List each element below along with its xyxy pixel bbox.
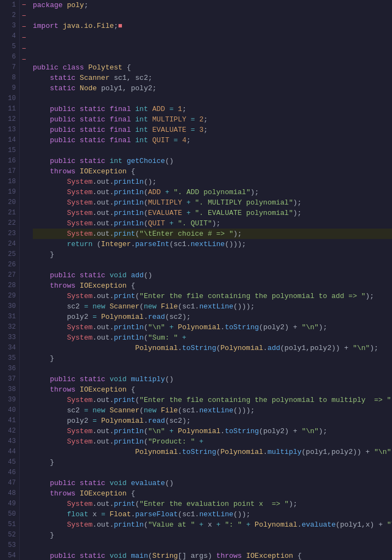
line-number: 54 [0,551,19,560]
line-number: 29 [0,291,19,301]
code-line: System.out.println(QUIT + ". QUIT"); [33,218,392,229]
code-line [33,42,392,52]
code-line: System.out.print("Enter the evaluation p… [33,499,392,509]
collapse-icon[interactable]: − [22,45,26,53]
line-number: 13 [0,125,19,135]
line-number: 39 [0,395,19,405]
line-number: 1 [0,0,19,10]
line-number: 23 [0,229,19,239]
line-number: 18 [0,177,19,187]
code-line: public static int getChoice() [33,156,392,166]
line-number: 10 [0,94,19,104]
gutter-fold-icon: − [20,22,28,33]
code-line [33,52,392,62]
code-line: System.out.println("\n" + Polynomial.toS… [33,426,392,436]
line-number: 33 [0,332,19,343]
code-line [33,364,392,374]
code-line: return (Integer.parseInt(sc1.nextLine())… [33,239,392,249]
line-number: 43 [0,436,19,447]
line-number: 20 [0,197,19,208]
code-line: throws IOException { [33,281,392,291]
line-number: 11 [0,104,19,114]
code-line: System.out.println("Sum: " + [33,332,392,343]
code-line: throws IOException { [33,384,392,395]
code-line: } [33,249,392,260]
line-number: 19 [0,187,19,197]
line-number: 15 [0,145,19,156]
code-line: } [33,457,392,468]
code-line: } [33,530,392,540]
code-line [33,260,392,270]
line-number: 51 [0,520,19,530]
line-number: 47 [0,478,19,488]
line-number: 52 [0,530,19,540]
line-number: 4 [0,31,19,42]
line-number: 48 [0,488,19,499]
gutter-fold-icon: − [20,55,28,66]
line-number: 28 [0,281,19,291]
line-number: 9 [0,83,19,94]
code-line: System.out.println(ADD + ". ADD polynomi… [33,187,392,197]
line-number: 31 [0,312,19,322]
line-number: 27 [0,270,19,281]
line-number: 14 [0,135,19,145]
line-number: 46 [0,468,19,478]
line-number: 5 [0,42,19,52]
collapse-icon[interactable]: − [22,12,26,20]
fold-gutter: −−−−−− [20,0,28,560]
code-line: System.out.println("\n" + Polynomial.toS… [33,322,392,332]
code-line: poly2 = Polynomial.read(sc2); [33,416,392,426]
line-number: 21 [0,208,19,218]
code-line: System.out.println(EVALUATE + ". EVALUAT… [33,208,392,218]
code-line: public static void main(String[] args) t… [33,551,392,560]
line-number: 17 [0,166,19,177]
line-number: 3 [0,21,19,31]
line-number: 6 [0,52,19,62]
code-line: sc2 = new Scanner(new File(sc1.nextLine(… [33,301,392,312]
code-line: throws IOException { [33,166,392,177]
code-line: public static void evaluate() [33,478,392,488]
code-line: System.out.println(MULTIPLY + ". MULTIPL… [33,197,392,208]
collapse-icon[interactable]: − [22,1,26,9]
code-line [33,145,392,156]
line-number: 49 [0,499,19,509]
line-number: 41 [0,416,19,426]
code-line: Polynomial.toString(Polynomial.multiply(… [33,447,392,457]
code-line: public static void multiply() [33,374,392,384]
code-content[interactable]: package poly; import java.io.File;■ publ… [28,0,392,560]
code-line: System.out.print("Enter the file contain… [33,291,392,301]
line-number: 53 [0,540,19,551]
code-line [33,468,392,478]
code-line: static Scanner sc1, sc2; [33,73,392,83]
line-number: 26 [0,260,19,270]
gutter-fold-icon: − [20,11,28,22]
code-line: package poly; [33,0,392,10]
code-line: public static final int MULTIPLY = 2; [33,114,392,125]
code-line [33,540,392,551]
line-number: 35 [0,353,19,364]
code-line: static Node poly1, poly2; [33,83,392,94]
line-number: 12 [0,114,19,125]
gutter-fold-icon: − [20,0,28,11]
code-line: sc2 = new Scanner(new File(sc1.nextLine(… [33,405,392,416]
code-line: System.out.println("Value at " + x + ": … [33,520,392,530]
collapse-icon[interactable]: − [22,34,26,42]
code-line: System.out.print("\tEnter choice # => ")… [33,229,392,239]
code-line: public static final int ADD = 1; [33,104,392,114]
code-line: } [33,353,392,364]
code-line: System.out.println("Product: " + [33,436,392,447]
code-line: Polynomial.toString(Polynomial.add(poly1… [33,343,392,353]
line-number: 42 [0,426,19,436]
code-line: throws IOException { [33,488,392,499]
code-line: public class Polytest { [33,62,392,73]
collapse-icon[interactable]: − [22,56,26,64]
collapse-icon[interactable]: − [22,23,26,31]
line-number: 45 [0,457,19,468]
line-number: 30 [0,301,19,312]
line-number: 40 [0,405,19,416]
line-number: 8 [0,73,19,83]
gutter-fold-icon: − [20,33,28,44]
code-line [33,10,392,21]
line-number: 25 [0,249,19,260]
code-line: poly2 = Polynomial.read(sc2); [33,312,392,322]
